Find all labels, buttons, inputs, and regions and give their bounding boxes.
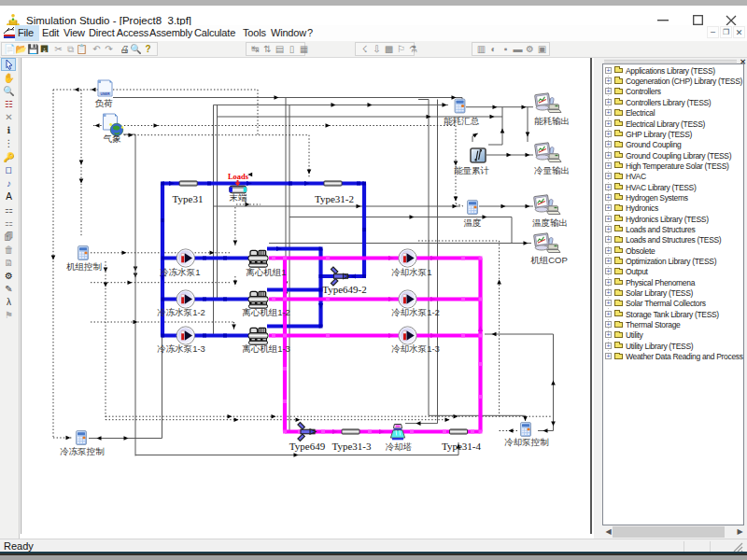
svg-text:冷却塔: 冷却塔	[386, 441, 413, 452]
svg-text:Type649-2: Type649-2	[322, 284, 367, 295]
svg-text:冷却水泵1-3: 冷却水泵1-3	[391, 343, 440, 354]
svg-text:Type31-3: Type31-3	[332, 441, 372, 452]
svg-text:离心机组1-2: 离心机组1-2	[242, 307, 290, 317]
svg-text:气象: 气象	[104, 133, 122, 144]
svg-text:温度: 温度	[464, 217, 482, 228]
svg-text:负荷: 负荷	[95, 98, 114, 108]
svg-text:冷却水泵1-2: 冷却水泵1-2	[391, 307, 440, 317]
svg-text:冷却泵控制: 冷却泵控制	[504, 437, 549, 447]
svg-text:冷量输出: 冷量输出	[534, 165, 570, 175]
svg-text:Type649: Type649	[289, 441, 326, 452]
svg-text:末端: 末端	[230, 192, 248, 203]
svg-text:能耗输出: 能耗输出	[534, 116, 570, 126]
svg-text:冷冻泵控制: 冷冻泵控制	[60, 446, 105, 456]
svg-text:Type31: Type31	[173, 193, 204, 204]
svg-text:冷却水泵1: 冷却水泵1	[391, 267, 431, 277]
svg-text:冷冻水泵1-3: 冷冻水泵1-3	[157, 343, 205, 354]
svg-text:冷冻水泵1-2: 冷冻水泵1-2	[157, 307, 205, 317]
svg-text:能耗汇总: 能耗汇总	[444, 116, 480, 126]
svg-text:Type31-4: Type31-4	[442, 441, 481, 452]
svg-text:温度输出: 温度输出	[532, 217, 568, 228]
svg-text:离心机组1: 离心机组1	[246, 267, 286, 277]
svg-text:Loads: Loads	[228, 172, 249, 181]
svg-text:离心机组1-3: 离心机组1-3	[242, 343, 290, 354]
svg-text:冷冻水泵1: 冷冻水泵1	[160, 267, 200, 277]
svg-text:机组COP: 机组COP	[530, 255, 568, 265]
svg-text:Type31-2: Type31-2	[315, 193, 354, 204]
svg-text:机组控制: 机组控制	[66, 261, 102, 272]
svg-text:能量累计: 能量累计	[454, 165, 490, 175]
